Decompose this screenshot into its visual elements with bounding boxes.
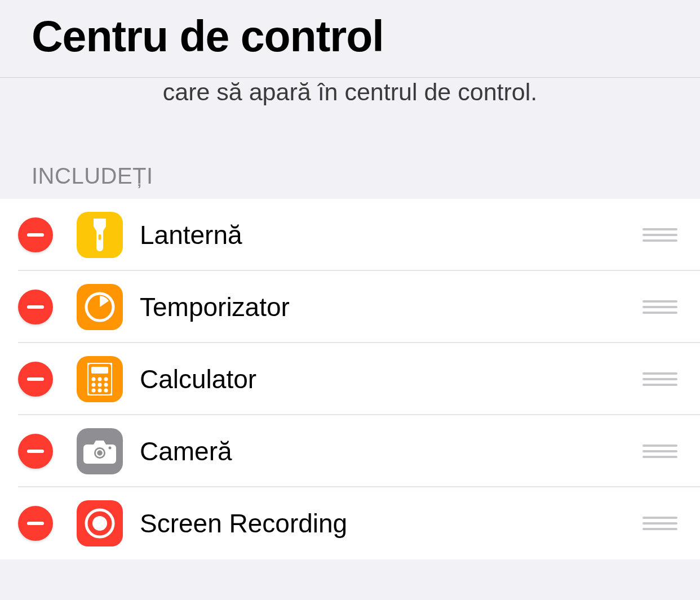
list-item: Cameră	[0, 415, 700, 487]
included-controls-list: Lanternă Temporizator	[0, 199, 700, 559]
svg-point-22	[92, 516, 107, 531]
svg-point-10	[92, 383, 96, 386]
svg-point-8	[98, 377, 102, 381]
remove-button[interactable]	[18, 217, 53, 252]
page-header: Centru de control	[0, 0, 700, 78]
drag-handle-icon[interactable]	[643, 372, 677, 386]
list-item: Calculator	[0, 343, 700, 415]
list-item: Temporizator	[0, 271, 700, 343]
item-label: Temporizator	[140, 292, 643, 322]
svg-rect-2	[27, 305, 44, 309]
remove-button[interactable]	[18, 362, 53, 397]
minus-icon	[27, 305, 44, 309]
minus-icon	[27, 522, 44, 525]
section-header-include: INCLUDEȚI	[0, 113, 700, 199]
remove-button[interactable]	[18, 290, 53, 325]
svg-rect-0	[27, 233, 44, 237]
svg-rect-16	[27, 450, 44, 453]
svg-point-13	[92, 388, 96, 392]
screen-recording-icon	[77, 500, 123, 546]
drag-handle-icon[interactable]	[643, 300, 677, 314]
svg-point-9	[104, 377, 108, 381]
drag-handle-icon[interactable]	[643, 445, 677, 458]
remove-button[interactable]	[18, 506, 53, 541]
item-label: Cameră	[140, 436, 643, 466]
svg-point-14	[98, 388, 102, 392]
item-label: Screen Recording	[140, 508, 643, 539]
page-title: Centru de control	[32, 11, 384, 61]
camera-icon	[77, 428, 123, 474]
list-item: Screen Recording	[0, 487, 700, 559]
list-item: Lanternă	[0, 199, 700, 271]
remove-button[interactable]	[18, 434, 53, 469]
drag-handle-icon[interactable]	[643, 228, 677, 242]
flashlight-icon	[77, 212, 123, 258]
svg-point-19	[109, 446, 112, 449]
svg-point-15	[104, 388, 108, 392]
svg-rect-1	[99, 234, 101, 240]
drag-handle-icon[interactable]	[643, 517, 677, 530]
page-subtitle: care să apară în centrul de control.	[0, 77, 700, 113]
svg-point-12	[104, 383, 108, 386]
item-label: Lanternă	[140, 220, 643, 250]
item-label: Calculator	[140, 364, 643, 394]
timer-icon	[77, 284, 123, 330]
minus-icon	[27, 450, 44, 453]
svg-rect-4	[27, 377, 44, 381]
minus-icon	[27, 233, 44, 237]
svg-rect-6	[91, 367, 108, 374]
calculator-icon	[77, 356, 123, 402]
svg-point-7	[92, 377, 96, 381]
svg-point-11	[98, 383, 102, 386]
minus-icon	[27, 377, 44, 381]
svg-rect-20	[27, 522, 44, 525]
